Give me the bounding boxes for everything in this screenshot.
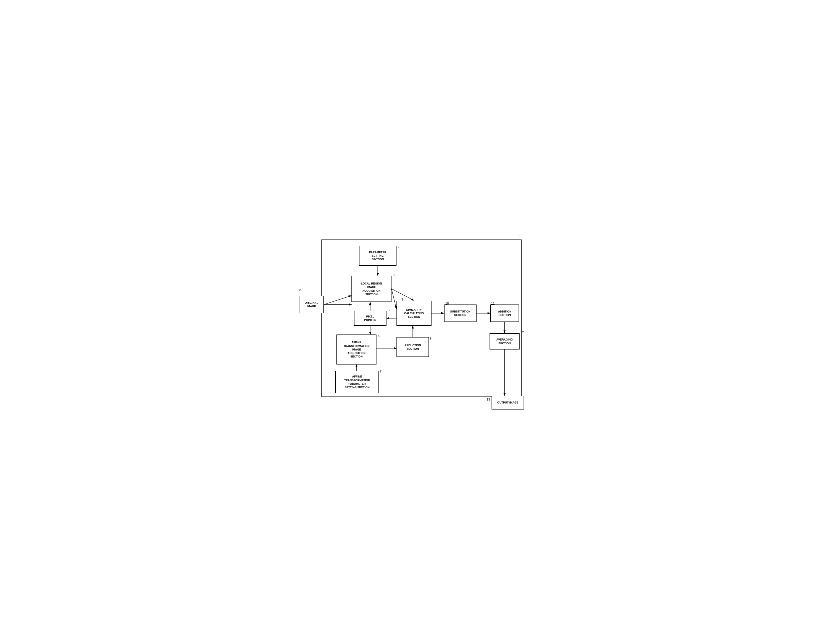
block-affine-param: AFFINETRANSFORMATIONPARAMETERSETTING SEC… (335, 371, 379, 393)
block-affine-image: AFFINETRANSFORMATIONIMAGEACQUISITIONSECT… (336, 334, 376, 365)
label-12: 12 (520, 330, 524, 334)
label-9: 9 (402, 297, 403, 301)
block-reduction: REDUCTIONSECTION (397, 337, 429, 357)
block-similarity: SIMILARITYCALCULATINGSECTION (397, 301, 431, 326)
block-addition: ADDITIONSECTION (490, 305, 519, 322)
label-3: 3 (393, 273, 394, 277)
block-averaging: AVERAGINGSECTION (490, 333, 519, 350)
block-substitution: SUBSTITUTIONSECTION (444, 305, 476, 322)
label-5: 5 (388, 308, 389, 312)
diagram-container: 1 ORIGINALIMAGE 2 PARAMETERSETTINGSECTIO… (296, 230, 537, 414)
block-parameter-setting: PARAMETERSETTINGSECTION (359, 246, 397, 266)
label-6: 6 (378, 334, 380, 338)
block-output-image: OUTPUT IMAGE (492, 396, 524, 410)
label-4: 4 (398, 246, 399, 249)
label-7: 7 (380, 369, 381, 373)
label-1: 1 (519, 234, 521, 238)
label-13: 13 (487, 398, 490, 401)
block-local-region: LOCAL REGIONIMAGEACQUISITIONSECTION (351, 276, 391, 302)
block-original-image: ORIGINALIMAGE (299, 296, 324, 313)
label-2: 2 (299, 288, 301, 292)
label-11: 11 (491, 302, 495, 305)
label-8: 8 (430, 337, 431, 340)
label-10: 10 (445, 302, 449, 305)
block-pixel-pointer: PIXELPOINTER (354, 311, 386, 326)
